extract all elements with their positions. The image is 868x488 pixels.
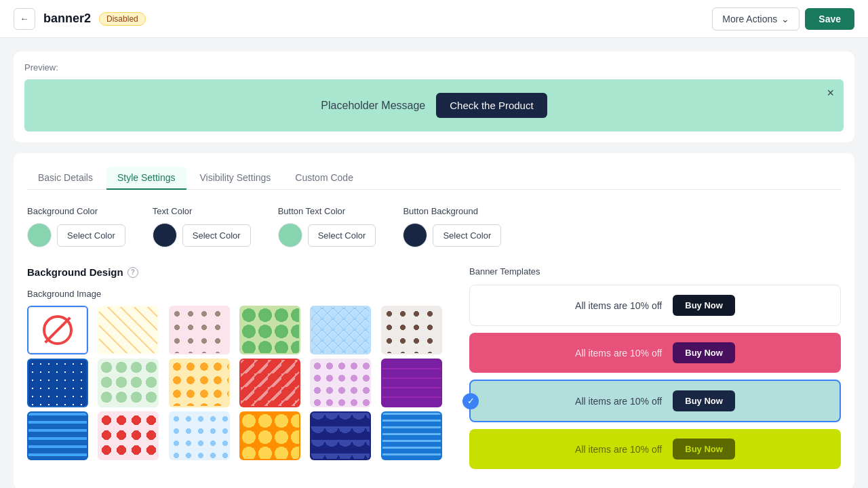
header-left: ← banner2 Disabled [14, 8, 146, 30]
btn-text-color-select-button[interactable]: Select Color [308, 224, 376, 247]
template-pink[interactable]: All items are 10% off Buy Now [469, 333, 841, 373]
bg-images-label: Background Image [27, 289, 448, 299]
bg-image-items[interactable] [98, 306, 159, 354]
text-color-field: Text Color Select Color [153, 206, 251, 247]
banner-templates-label: Banner Templates [469, 266, 841, 277]
bg-color-select-button[interactable]: Select Color [57, 224, 125, 247]
template-green[interactable]: ✓ All items are 10% off Buy Now [469, 380, 841, 422]
template-yellow[interactable]: All items are 10% off Buy Now [469, 429, 841, 469]
template-yellow-button[interactable]: Buy Now [673, 439, 735, 460]
save-button[interactable]: Save [805, 8, 854, 30]
more-actions-button[interactable]: More Actions ⌄ [712, 7, 800, 30]
bg-image-cherry[interactable] [98, 411, 159, 460]
header: ← banner2 Disabled More Actions ⌄ Save [0, 0, 868, 38]
bg-image-waves2[interactable] [381, 411, 442, 460]
bg-image-space[interactable] [27, 359, 88, 407]
more-actions-label: More Actions [722, 14, 777, 24]
banner-templates-section: Banner Templates All items are 10% off B… [469, 266, 841, 476]
text-color-select-button[interactable]: Select Color [182, 224, 251, 247]
bg-image-blob[interactable] [239, 411, 300, 460]
settings-panel: Basic Details Style Settings Visibility … [14, 153, 854, 488]
template-green-button[interactable]: Buy Now [673, 390, 735, 411]
template-selected-check: ✓ [462, 393, 479, 409]
btn-text-color-swatch [278, 223, 302, 247]
btn-bg-color-input-row: Select Color [403, 223, 501, 247]
bg-image-diamond[interactable] [310, 306, 371, 354]
back-icon: ← [20, 14, 28, 24]
info-icon: ? [127, 267, 138, 278]
template-pink-button[interactable]: Buy Now [673, 342, 735, 363]
page-title: banner2 [43, 12, 91, 26]
bg-image-beach[interactable] [169, 359, 230, 407]
text-color-input-row: Select Color [153, 223, 251, 247]
tab-custom-code[interactable]: Custom Code [284, 167, 364, 190]
template-white[interactable]: All items are 10% off Buy Now [469, 285, 841, 326]
btn-text-color-field: Button Text Color Select Color [278, 206, 376, 247]
template-green-text: All items are 10% off [575, 396, 662, 407]
chevron-down-icon: ⌄ [781, 14, 789, 24]
btn-text-color-input-row: Select Color [278, 223, 376, 247]
bg-color-input-row: Select Color [27, 223, 125, 247]
preview-banner: Placeholder Message Check the Product × [24, 79, 844, 131]
bg-color-label: Background Color [27, 206, 125, 216]
header-right: More Actions ⌄ Save [712, 7, 854, 30]
bg-image-splash[interactable] [98, 359, 159, 407]
btn-bg-color-field: Button Background Select Color [403, 206, 501, 247]
btn-text-color-label: Button Text Color [278, 206, 376, 216]
bg-image-lime[interactable] [239, 306, 300, 354]
preview-close-button[interactable]: × [827, 86, 834, 100]
tab-visibility-settings[interactable]: Visibility Settings [189, 167, 282, 190]
bg-image-zigzag[interactable] [239, 359, 300, 407]
bg-image-snowflake[interactable] [169, 411, 230, 460]
background-image-grid [27, 306, 448, 460]
tab-bar: Basic Details Style Settings Visibility … [27, 167, 841, 190]
template-white-text: All items are 10% off [575, 300, 662, 311]
bg-image-waves-blue[interactable] [27, 411, 88, 460]
btn-bg-color-label: Button Background [403, 206, 501, 216]
text-color-label: Text Color [153, 206, 251, 216]
bg-image-dots[interactable] [381, 306, 442, 354]
bg-image-purple[interactable] [381, 359, 442, 407]
template-yellow-text: All items are 10% off [575, 444, 662, 455]
back-button[interactable]: ← [14, 8, 35, 30]
bg-image-faces[interactable] [169, 306, 230, 354]
content-columns: Background Design ? Background Image [27, 266, 841, 476]
background-color-field: Background Color Select Color [27, 206, 125, 247]
preview-label: Preview: [24, 62, 844, 73]
preview-message: Placeholder Message [321, 100, 425, 112]
background-design-title: Background Design ? [27, 266, 448, 278]
text-color-swatch [153, 223, 177, 247]
template-pink-text: All items are 10% off [575, 348, 662, 359]
bg-color-swatch [27, 223, 52, 247]
background-design-section: Background Design ? Background Image [27, 266, 448, 476]
preview-cta-button[interactable]: Check the Product [436, 93, 547, 118]
main-content: Preview: Placeholder Message Check the P… [0, 38, 868, 488]
bg-image-none[interactable] [27, 306, 88, 354]
btn-bg-color-select-button[interactable]: Select Color [433, 224, 501, 247]
bg-image-cocktail[interactable] [310, 359, 371, 407]
bg-image-scallop[interactable] [310, 411, 371, 460]
template-white-button[interactable]: Buy Now [673, 295, 735, 316]
tab-style-settings[interactable]: Style Settings [106, 167, 186, 190]
status-badge: Disabled [99, 12, 146, 26]
btn-bg-color-swatch [403, 223, 427, 247]
preview-section: Preview: Placeholder Message Check the P… [14, 52, 854, 142]
tab-basic-details[interactable]: Basic Details [27, 167, 104, 190]
color-settings-row: Background Color Select Color Text Color… [27, 206, 841, 247]
